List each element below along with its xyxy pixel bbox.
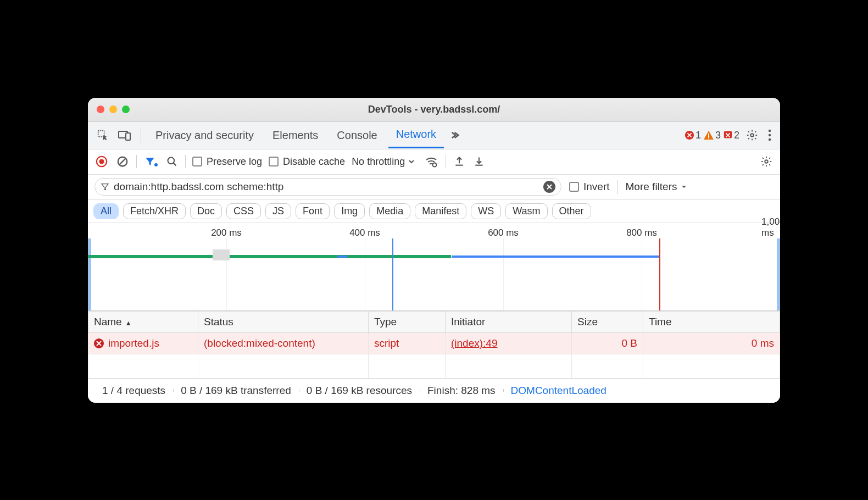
svg-rect-5 — [708, 137, 709, 138]
chip-img[interactable]: Img — [334, 203, 365, 219]
tab-console[interactable]: Console — [329, 122, 385, 148]
request-size: 0 B — [572, 332, 643, 354]
svg-point-9 — [769, 134, 771, 136]
invert-label: Invert — [583, 181, 610, 193]
chip-ws[interactable]: WS — [471, 203, 501, 219]
main-tabs: Privacy and security Elements Console Ne… — [88, 122, 780, 149]
issue-counters[interactable]: 1 3 2 — [685, 130, 739, 141]
divider — [141, 127, 141, 143]
svg-point-19 — [765, 160, 768, 163]
chevron-down-icon — [408, 158, 415, 165]
request-status: (blocked:mixed-content) — [198, 332, 369, 354]
column-size[interactable]: Size — [572, 311, 643, 332]
chip-manifest[interactable]: Manifest — [415, 203, 466, 219]
svg-point-10 — [769, 138, 771, 141]
chip-wasm[interactable]: Wasm — [505, 203, 547, 219]
filter-toggle-icon[interactable] — [143, 156, 159, 167]
timeline-handle-left[interactable] — [88, 238, 91, 310]
network-settings-icon[interactable] — [759, 155, 774, 168]
clear-button[interactable] — [115, 155, 130, 168]
invert-checkbox[interactable]: Invert — [569, 181, 610, 193]
import-har-icon[interactable] — [472, 156, 486, 167]
settings-icon[interactable] — [743, 129, 761, 141]
record-button[interactable] — [94, 155, 109, 168]
titlebar: DevTools - very.badssl.com/ — [88, 98, 780, 122]
more-tabs-icon[interactable] — [447, 126, 466, 145]
request-name: imported.js — [108, 337, 159, 349]
status-requests: 1 / 4 requests — [94, 385, 173, 397]
domcontentloaded-marker — [392, 238, 393, 310]
chip-doc[interactable]: Doc — [190, 203, 222, 219]
tick-label: 600 ms — [488, 227, 519, 238]
network-toolbar: Preserve log Disable cache No throttling — [88, 149, 780, 175]
error-counter[interactable]: 1 — [685, 130, 701, 141]
timeline-ticks: 200 ms 400 ms 600 ms 800 ms 1,000 ms — [88, 223, 780, 238]
tab-network[interactable]: Network — [388, 122, 444, 148]
svg-point-8 — [769, 130, 771, 132]
chip-css[interactable]: CSS — [226, 203, 261, 219]
chip-all[interactable]: All — [93, 203, 119, 219]
minimize-window-button[interactable] — [109, 105, 117, 113]
filter-input-wrap — [94, 178, 561, 196]
preserve-log-checkbox[interactable]: Preserve log — [192, 156, 262, 168]
clear-filter-button[interactable] — [543, 181, 555, 193]
checkbox-icon — [569, 182, 579, 192]
chip-js[interactable]: JS — [265, 203, 291, 219]
tab-privacy-security[interactable]: Privacy and security — [148, 122, 261, 148]
tab-elements[interactable]: Elements — [265, 122, 326, 148]
search-icon[interactable] — [165, 156, 179, 167]
column-type[interactable]: Type — [369, 311, 446, 332]
warning-count: 3 — [715, 130, 721, 141]
table-header-row: Name▲ Status Type Initiator Size Time — [88, 311, 780, 332]
status-transferred: 0 B / 169 kB transferred — [173, 385, 299, 397]
filter-input[interactable] — [114, 181, 539, 193]
tick-label: 1,000 ms — [761, 216, 780, 238]
more-options-icon[interactable] — [765, 129, 775, 141]
divider — [185, 155, 186, 168]
initiator-link[interactable]: (index):49 — [451, 337, 498, 349]
throttling-dropdown[interactable]: No throttling — [352, 156, 417, 168]
filter-row: Invert More filters — [88, 175, 780, 200]
network-conditions-icon[interactable] — [424, 155, 439, 168]
svg-point-15 — [154, 163, 158, 166]
checkbox-icon — [269, 157, 279, 166]
status-resources: 0 B / 169 kB resources — [299, 385, 420, 397]
svg-rect-2 — [126, 133, 130, 140]
svg-rect-4 — [708, 134, 709, 137]
svg-point-16 — [168, 158, 175, 164]
timeline-handle-right[interactable] — [777, 238, 780, 310]
column-status[interactable]: Status — [198, 311, 369, 332]
divider — [446, 155, 446, 168]
maximize-window-button[interactable] — [122, 105, 130, 113]
table-row-empty — [88, 354, 780, 378]
column-time[interactable]: Time — [643, 311, 780, 332]
column-initiator[interactable]: Initiator — [446, 311, 572, 332]
divider — [136, 155, 137, 168]
device-toolbar-icon[interactable] — [115, 126, 134, 145]
overview-area[interactable] — [88, 238, 780, 310]
export-har-icon[interactable] — [453, 156, 466, 167]
chip-other[interactable]: Other — [552, 203, 591, 219]
more-filters-dropdown[interactable]: More filters — [626, 181, 687, 193]
timeline-overview[interactable]: 200 ms 400 ms 600 ms 800 ms 1,000 ms — [88, 223, 780, 311]
warning-counter[interactable]: 3 — [703, 130, 721, 141]
close-window-button[interactable] — [97, 105, 104, 113]
divider — [617, 180, 618, 194]
table-row[interactable]: imported.js (blocked:mixed-content) scri… — [88, 332, 780, 354]
chip-media[interactable]: Media — [369, 203, 410, 219]
inspect-element-icon[interactable] — [93, 126, 112, 145]
status-dcl[interactable]: DOMContentLoaded — [503, 385, 614, 397]
column-name[interactable]: Name▲ — [88, 311, 198, 332]
error-icon — [94, 338, 104, 348]
issue-counter[interactable]: 2 — [723, 130, 739, 141]
requests-table: Name▲ Status Type Initiator Size Time im… — [88, 311, 780, 379]
preserve-log-label: Preserve log — [207, 156, 262, 168]
chip-font[interactable]: Font — [296, 203, 330, 219]
svg-point-7 — [750, 134, 754, 137]
statusbar: 1 / 4 requests 0 B / 169 kB transferred … — [88, 379, 780, 403]
error-count: 1 — [695, 130, 701, 141]
disable-cache-checkbox[interactable]: Disable cache — [269, 156, 345, 168]
tick-label: 200 ms — [211, 227, 242, 238]
tick-label: 400 ms — [349, 227, 380, 238]
chip-fetchxhr[interactable]: Fetch/XHR — [123, 203, 186, 219]
